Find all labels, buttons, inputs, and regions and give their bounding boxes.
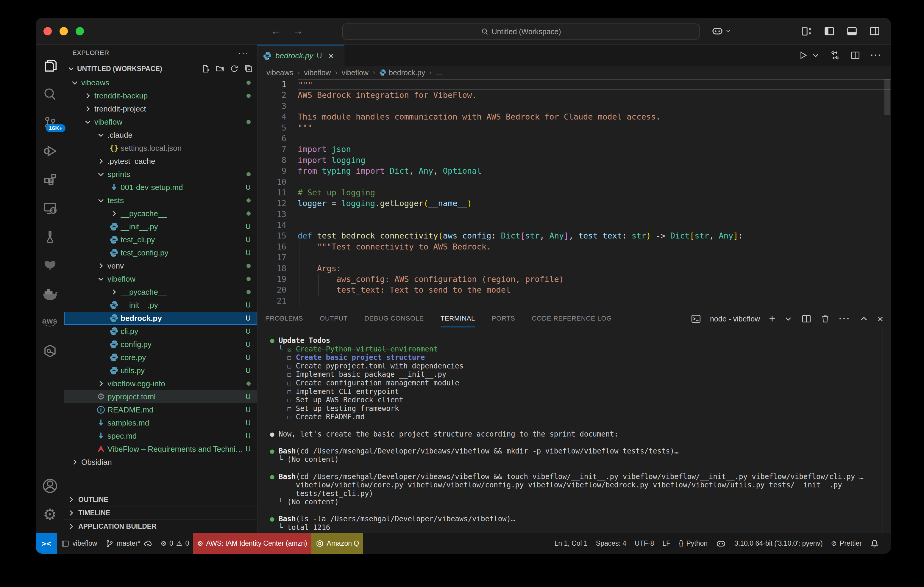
split-editor-icon[interactable] [801,314,812,324]
tab-bedrock-py[interactable]: bedrock.py U × [257,44,345,66]
tree-item-samples-md[interactable]: samples.mdU [64,416,257,429]
toggle-secondary-sidebar-icon[interactable] [869,26,880,37]
status-problems-summary[interactable]: ⊗0⚠0 [157,533,193,554]
activity-inspector-hex-icon[interactable] [36,337,64,365]
tree-item-sprints[interactable]: sprints [64,168,257,181]
minimize-window-button[interactable] [59,27,68,35]
new-file-icon[interactable] [201,64,210,73]
activity-source-control-icon[interactable]: 16K+ [36,108,64,137]
close-icon[interactable]: × [877,313,883,325]
tree-item-pyproject-toml[interactable]: ⚙pyproject.tomlU [64,390,257,403]
tree-item-vibeaws[interactable]: vibeaws [64,76,257,89]
activity-aws-icon[interactable]: aws [36,308,64,337]
activity-remote-explorer-icon[interactable] [36,194,64,222]
new-folder-icon[interactable] [216,64,224,73]
status-workspace-name[interactable]: vibeflow [57,533,101,554]
toggle-panel-icon[interactable] [846,26,858,37]
section-application-builder[interactable]: APPLICATION BUILDER [64,520,257,533]
terminal-title[interactable]: node - vibeflow [710,315,760,323]
breadcrumb-item[interactable]: vibeaws [266,68,293,77]
breadcrumb-item[interactable]: bedrock.py [379,68,425,77]
tree-item-vibeflow-requirements-and-technic-[interactable]: VibeFlow – Requirements and Technic...U [64,442,257,455]
tree-item-obsidian[interactable]: Obsidian [64,455,257,469]
activity-run-debug-icon[interactable] [36,137,64,165]
activity-files-icon[interactable] [36,51,64,80]
activity-butterfly-icon[interactable] [36,251,64,280]
breadcrumb-item[interactable]: vibeflow [342,68,368,77]
tree-item-trenddit-backup[interactable]: trenddit-backup [64,89,257,102]
tree-item-tests[interactable]: tests [64,194,257,207]
zoom-window-button[interactable] [76,27,84,35]
status-copilot-status[interactable] [712,533,730,554]
chevron-down-icon[interactable] [812,51,820,59]
workspace-section-header[interactable]: UNTITLED (WORKSPACE) [64,61,257,76]
status-python-interpreter[interactable]: 3.10.0 64-bit ('3.10.0': pyenv) [730,533,827,554]
panel-tab-code-reference-log[interactable]: CODE REFERENCE LOG [532,310,612,327]
tree-item--pycache-[interactable]: __pycache__ [64,286,257,299]
tree-item-test-cli-py[interactable]: test_cli.pyU [64,233,257,246]
tree-item--pycache-[interactable]: __pycache__ [64,207,257,220]
close-window-button[interactable] [43,27,52,35]
status-eol[interactable]: LF [658,533,675,554]
breadcrumb-item[interactable]: vibeflow [304,68,331,77]
tree-item-config-py[interactable]: config.pyU [64,338,257,351]
tree-item-001-dev-setup-md[interactable]: 001-dev-setup.mdU [64,181,257,194]
tree-item-vibeflow[interactable]: vibeflow [64,115,257,128]
tree-item-vibeflow[interactable]: vibeflow [64,272,257,286]
run-icon[interactable] [798,50,808,60]
sidebar-more-icon[interactable]: ··· [238,48,249,58]
nav-back-button[interactable]: ← [271,25,281,37]
panel-tab-ports[interactable]: PORTS [492,310,515,327]
section-outline[interactable]: OUTLINE [64,493,257,506]
activity-search-icon[interactable] [36,80,64,108]
code-editor[interactable]: 1"""2AWS Bedrock integration for VibeFlo… [257,79,891,310]
editor-scrollbar[interactable] [884,79,890,115]
status-language-mode[interactable]: {}Python [675,533,712,554]
split-editor-icon[interactable] [850,50,860,60]
panel-tab-output[interactable]: OUTPUT [320,310,348,327]
status-remote-indicator[interactable]: >< [36,533,57,554]
panel-tab-terminal[interactable]: TERMINAL [441,310,475,327]
activity-testing-icon[interactable] [36,222,64,251]
tree-item-core-py[interactable]: core.pyU [64,351,257,364]
customize-layout-icon[interactable] [801,26,812,37]
tree-item--claude[interactable]: .claude [64,128,257,141]
trash-icon[interactable] [820,314,830,324]
tree-item-venv[interactable]: venv [64,259,257,272]
copilot-menu[interactable] [711,25,731,37]
activity-settings-gear-icon[interactable]: ⚙ [36,500,64,529]
tree-item-cli-py[interactable]: cli.pyU [64,325,257,338]
close-icon[interactable]: × [328,51,334,61]
nav-forward-button[interactable]: → [293,25,303,37]
tree-item--pytest-cache[interactable]: .pytest_cache [64,155,257,168]
section-timeline[interactable]: TIMELINE [64,506,257,520]
tree-item-readme-md[interactable]: README.mdU [64,403,257,416]
activity-account-icon[interactable] [36,472,64,500]
status-indentation[interactable]: Spaces: 4 [592,533,630,554]
compare-icon[interactable] [830,50,840,60]
status-cursor-position[interactable]: Ln 1, Col 1 [550,533,592,554]
tree-item-bedrock-py[interactable]: bedrock.pyU [64,312,257,325]
chevron-down-icon[interactable] [784,315,792,323]
tree-item-test-config-py[interactable]: test_config.pyU [64,246,257,259]
panel-tab-debug-console[interactable]: DEBUG CONSOLE [365,310,424,327]
breadcrumb-item[interactable]: ... [436,68,442,77]
status-amazon-q[interactable]: Amazon Q [311,533,363,554]
panel-tab-problems[interactable]: PROBLEMS [265,310,303,327]
activity-extensions-icon[interactable] [36,165,64,194]
tree-item--init-py[interactable]: __init__.pyU [64,299,257,312]
status-aws-iam-identity-center[interactable]: ⊗AWS: IAM Identity Center (amzn) [193,533,311,554]
status-git-branch[interactable]: master* [101,533,156,554]
status-encoding[interactable]: UTF-8 [630,533,658,554]
terminal-scrollbar[interactable] [882,327,883,533]
command-center-search[interactable]: Untitled (Workspace) [342,23,700,39]
chevron-up-icon[interactable] [860,314,868,323]
more-icon[interactable]: ··· [839,314,850,324]
tree-item-spec-md[interactable]: spec.mdU [64,429,257,442]
activity-docker-icon[interactable] [36,280,64,308]
tree-item-utils-py[interactable]: utils.pyU [64,364,257,377]
tree-item--init-py[interactable]: __init__.pyU [64,220,257,233]
status-prettier-status[interactable]: ⊘Prettier [827,533,866,554]
tree-item-settings-local-json[interactable]: {}settings.local.json [64,141,257,155]
terminal-output[interactable]: ● Update Todos └ ☒ Create Python virtual… [257,327,891,533]
